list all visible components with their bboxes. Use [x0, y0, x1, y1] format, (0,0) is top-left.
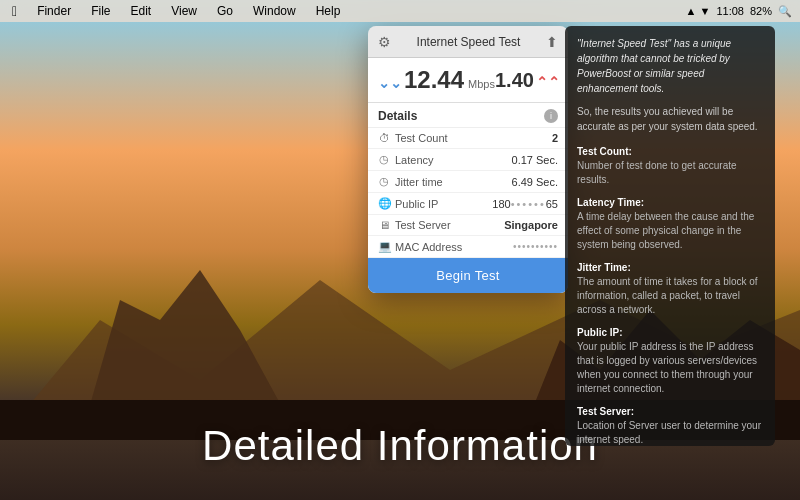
- info-title-jitter: Jitter Time:: [577, 260, 763, 275]
- wifi-icon: ▲ ▼: [686, 5, 711, 17]
- info-title-public-ip: Public IP:: [577, 325, 763, 340]
- spotlight-icon[interactable]: 🔍: [778, 5, 792, 18]
- info-body-latency: A time delay between the cause and the e…: [577, 210, 763, 252]
- info-body-test-server: Location of Server user to determine you…: [577, 419, 763, 446]
- detail-label-mac-address: 💻 MAC Address: [378, 240, 462, 253]
- detail-row-jitter: ◷ Jitter time 6.49 Sec.: [368, 171, 568, 193]
- download-speed-unit: Mbps: [468, 78, 495, 90]
- menubar-left:  Finder File Edit View Go Window Help: [8, 3, 344, 19]
- begin-test-button[interactable]: Begin Test: [368, 258, 568, 293]
- details-header: Details i: [368, 103, 568, 128]
- test-server-value: Singapore: [504, 219, 558, 231]
- menu-view[interactable]: View: [167, 4, 201, 18]
- menubar-right: ▲ ▼ 11:08 82% 🔍: [686, 5, 792, 18]
- app-widget: ⚙ Internet Speed Test ⬆ ⌄⌄ 12.44 Mbps 1.…: [368, 26, 568, 293]
- detail-row-mac-address: 💻 MAC Address ••••••••••: [368, 236, 568, 258]
- app-title: Internet Speed Test: [391, 35, 546, 49]
- apple-menu[interactable]: : [8, 3, 21, 19]
- jitter-icon: ◷: [378, 175, 390, 188]
- public-ip-value: 180••••••65: [492, 198, 558, 210]
- computer-icon: 💻: [378, 240, 390, 253]
- info-section-public-ip: Public IP: Your public IP address is the…: [577, 325, 763, 396]
- menu-finder[interactable]: Finder: [33, 4, 75, 18]
- detail-label-public-ip: 🌐 Public IP: [378, 197, 438, 210]
- details-label: Details: [378, 109, 417, 123]
- info-panel-desc: So, the results you achieved will be acc…: [577, 104, 763, 134]
- upload-icon: ⌃⌃: [536, 74, 560, 90]
- detail-row-public-ip: 🌐 Public IP 180••••••65: [368, 193, 568, 215]
- speed-upload: 1.40 ⌃⌃: [495, 69, 560, 92]
- detail-label-test-server: 🖥 Test Server: [378, 219, 451, 231]
- info-title-test-server: Test Server:: [577, 404, 763, 419]
- info-body-public-ip: Your public IP address is the IP address…: [577, 340, 763, 396]
- detail-row-latency: ◷ Latency 0.17 Sec.: [368, 149, 568, 171]
- info-icon[interactable]: i: [544, 109, 558, 123]
- test-count-value: 2: [552, 132, 558, 144]
- upload-speed-value: 1.40: [495, 69, 534, 92]
- menu-edit[interactable]: Edit: [126, 4, 155, 18]
- settings-icon[interactable]: ⚙: [378, 34, 391, 50]
- detail-row-test-count: ⏱ Test Count 2: [368, 128, 568, 149]
- info-section-test-server: Test Server: Location of Server user to …: [577, 404, 763, 446]
- info-title-test-count: Test Count:: [577, 144, 763, 159]
- globe-icon: 🌐: [378, 197, 390, 210]
- battery: 82%: [750, 5, 772, 17]
- speed-section: ⌄⌄ 12.44 Mbps 1.40 ⌃⌃: [368, 58, 568, 103]
- info-section-test-count: Test Count: Number of test done to get a…: [577, 144, 763, 187]
- menu-go[interactable]: Go: [213, 4, 237, 18]
- download-icon: ⌄⌄: [378, 75, 402, 91]
- detail-label-latency: ◷ Latency: [378, 153, 434, 166]
- details-section: Details i ⏱ Test Count 2 ◷ Latency 0.17 …: [368, 103, 568, 293]
- jitter-value: 6.49 Sec.: [512, 176, 558, 188]
- share-icon[interactable]: ⬆: [546, 34, 558, 50]
- menu-help[interactable]: Help: [312, 4, 345, 18]
- menu-file[interactable]: File: [87, 4, 114, 18]
- menubar:  Finder File Edit View Go Window Help ▲…: [0, 0, 800, 22]
- clock-icon: ◷: [378, 153, 390, 166]
- timer-icon: ⏱: [378, 132, 390, 144]
- speed-download: ⌄⌄ 12.44 Mbps: [378, 66, 495, 94]
- download-speed-value: 12.44: [404, 66, 464, 94]
- info-body-jitter: The amount of time it takes for a block …: [577, 275, 763, 317]
- latency-value: 0.17 Sec.: [512, 154, 558, 166]
- detail-label-jitter: ◷ Jitter time: [378, 175, 443, 188]
- mac-address-value: ••••••••••: [513, 241, 558, 252]
- detail-label-test-count: ⏱ Test Count: [378, 132, 448, 144]
- info-panel-intro: "Internet Speed Test" has a unique algor…: [577, 36, 763, 96]
- info-section-jitter: Jitter Time: The amount of time it takes…: [577, 260, 763, 317]
- menu-window[interactable]: Window: [249, 4, 300, 18]
- detail-row-test-server: 🖥 Test Server Singapore: [368, 215, 568, 236]
- info-title-latency: Latency Time:: [577, 195, 763, 210]
- info-section-latency: Latency Time: A time delay between the c…: [577, 195, 763, 252]
- info-body-test-count: Number of test done to get accurate resu…: [577, 159, 763, 187]
- app-titlebar: ⚙ Internet Speed Test ⬆: [368, 26, 568, 58]
- clock: 11:08: [716, 5, 744, 17]
- server-icon: 🖥: [378, 219, 390, 231]
- info-panel: "Internet Speed Test" has a unique algor…: [565, 26, 775, 446]
